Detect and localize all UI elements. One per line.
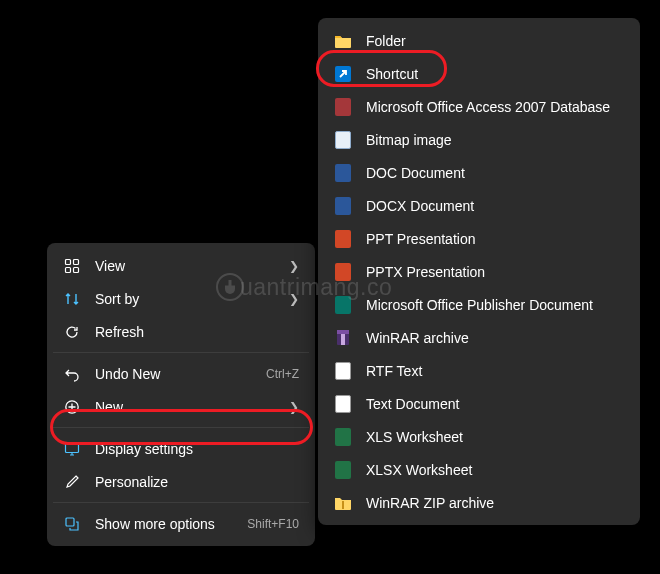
menu-label: Microsoft Office Access 2007 Database [366, 99, 624, 115]
submenu-item-access[interactable]: Microsoft Office Access 2007 Database [322, 90, 636, 123]
publisher-icon [334, 296, 352, 314]
menu-label: View [95, 258, 281, 274]
menu-label: Folder [366, 33, 624, 49]
menu-item-sort[interactable]: Sort by ❯ [51, 282, 311, 315]
submenu-item-xls[interactable]: XLS Worksheet [322, 420, 636, 453]
submenu-item-pub[interactable]: Microsoft Office Publisher Document [322, 288, 636, 321]
xlsx-icon [334, 461, 352, 479]
menu-label: Text Document [366, 396, 624, 412]
menu-item-undo[interactable]: Undo New Ctrl+Z [51, 357, 311, 390]
menu-label: XLS Worksheet [366, 429, 624, 445]
separator [53, 502, 309, 503]
submenu-item-folder[interactable]: Folder [322, 24, 636, 57]
view-icon [63, 257, 81, 275]
menu-item-new[interactable]: New ❯ [51, 390, 311, 423]
bitmap-icon [334, 131, 352, 149]
sort-icon [63, 290, 81, 308]
menu-label: WinRAR ZIP archive [366, 495, 624, 511]
svg-rect-2 [66, 267, 71, 272]
menu-label: PPTX Presentation [366, 264, 624, 280]
txt-icon [334, 395, 352, 413]
menu-label: PPT Presentation [366, 231, 624, 247]
new-icon [63, 398, 81, 416]
submenu-item-rar[interactable]: WinRAR archive [322, 321, 636, 354]
menu-label: Refresh [95, 324, 299, 340]
menu-label: Shortcut [366, 66, 624, 82]
separator [53, 352, 309, 353]
menu-label: Sort by [95, 291, 281, 307]
menu-label: DOCX Document [366, 198, 624, 214]
desktop-context-menu: View ❯ Sort by ❯ Refresh Undo New Ctrl+Z [47, 243, 315, 546]
svg-rect-10 [341, 334, 345, 345]
menu-label: XLSX Worksheet [366, 462, 624, 478]
doc-icon [334, 164, 352, 182]
menu-item-view[interactable]: View ❯ [51, 249, 311, 282]
undo-icon [63, 365, 81, 383]
svg-rect-6 [66, 518, 74, 526]
folder-icon [334, 32, 352, 50]
docx-icon [334, 197, 352, 215]
chevron-right-icon: ❯ [289, 400, 299, 414]
menu-label: Undo New [95, 366, 258, 382]
ppt-icon [334, 230, 352, 248]
menu-label: Show more options [95, 516, 239, 532]
svg-rect-9 [337, 330, 349, 334]
menu-item-refresh[interactable]: Refresh [51, 315, 311, 348]
submenu-item-shortcut[interactable]: Shortcut [322, 57, 636, 90]
submenu-item-bmp[interactable]: Bitmap image [322, 123, 636, 156]
menu-label: New [95, 399, 281, 415]
submenu-item-xlsx[interactable]: XLSX Worksheet [322, 453, 636, 486]
pptx-icon [334, 263, 352, 281]
xls-icon [334, 428, 352, 446]
refresh-icon [63, 323, 81, 341]
rar-icon [334, 329, 352, 347]
menu-label: Display settings [95, 441, 299, 457]
submenu-item-rtf[interactable]: RTF Text [322, 354, 636, 387]
shortcut-text: Shift+F10 [247, 517, 299, 531]
menu-label: Personalize [95, 474, 299, 490]
svg-rect-5 [66, 443, 79, 452]
separator [53, 427, 309, 428]
svg-rect-0 [66, 259, 71, 264]
shortcut-text: Ctrl+Z [266, 367, 299, 381]
menu-item-personalize[interactable]: Personalize [51, 465, 311, 498]
menu-label: DOC Document [366, 165, 624, 181]
submenu-item-docx[interactable]: DOCX Document [322, 189, 636, 222]
menu-label: RTF Text [366, 363, 624, 379]
zip-icon [334, 494, 352, 512]
svg-rect-11 [342, 501, 344, 509]
shortcut-icon [334, 65, 352, 83]
access-icon [334, 98, 352, 116]
menu-item-display[interactable]: Display settings [51, 432, 311, 465]
svg-rect-1 [74, 259, 79, 264]
submenu-item-zip[interactable]: WinRAR ZIP archive [322, 486, 636, 519]
submenu-item-doc[interactable]: DOC Document [322, 156, 636, 189]
submenu-item-txt[interactable]: Text Document [322, 387, 636, 420]
svg-rect-3 [74, 267, 79, 272]
more-options-icon [63, 515, 81, 533]
menu-label: Microsoft Office Publisher Document [366, 297, 624, 313]
personalize-icon [63, 473, 81, 491]
submenu-item-pptx[interactable]: PPTX Presentation [322, 255, 636, 288]
menu-label: Bitmap image [366, 132, 624, 148]
menu-label: WinRAR archive [366, 330, 624, 346]
display-icon [63, 440, 81, 458]
new-submenu: Folder Shortcut Microsoft Office Access … [318, 18, 640, 525]
submenu-item-ppt[interactable]: PPT Presentation [322, 222, 636, 255]
menu-item-more[interactable]: Show more options Shift+F10 [51, 507, 311, 540]
rtf-icon [334, 362, 352, 380]
chevron-right-icon: ❯ [289, 292, 299, 306]
chevron-right-icon: ❯ [289, 259, 299, 273]
